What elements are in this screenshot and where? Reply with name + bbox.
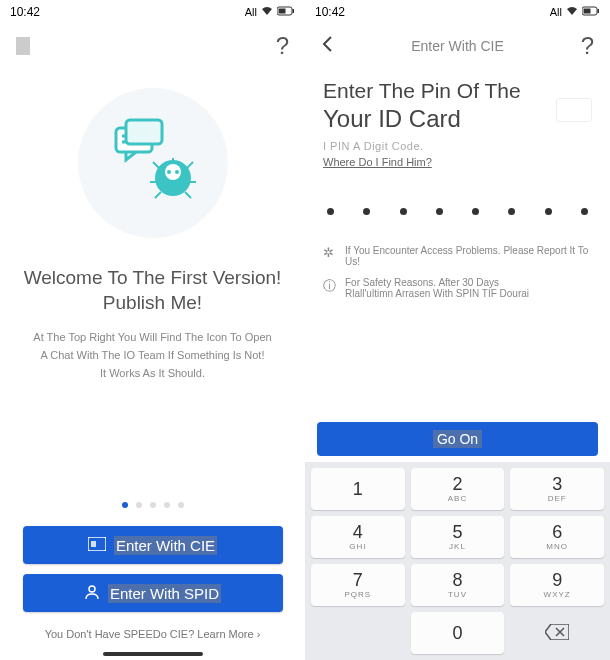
pin-dot-4: [436, 208, 443, 215]
screen-welcome: 10:42 All ?: [0, 0, 305, 660]
pin-dot-7: [545, 208, 552, 215]
key-backspace[interactable]: [510, 612, 604, 654]
key-1[interactable]: 1: [311, 468, 405, 510]
key-4[interactable]: 4GHI: [311, 516, 405, 558]
help-icon[interactable]: ?: [276, 32, 289, 60]
key-5[interactable]: 5JKL: [411, 516, 505, 558]
status-network: All: [550, 6, 562, 18]
cie-button-label: Enter With CIE: [114, 536, 217, 555]
svg-rect-1: [279, 9, 286, 14]
key-2[interactable]: 2ABC: [411, 468, 505, 510]
welcome-content: Welcome To The First Version! Publish Me…: [0, 68, 305, 660]
pin-dot-5: [472, 208, 479, 215]
status-time: 10:42: [315, 5, 345, 19]
key-3[interactable]: 3DEF: [510, 468, 604, 510]
info-bug-text: If You Encounter Access Problems. Please…: [345, 245, 592, 267]
svg-point-20: [89, 586, 95, 592]
key-7[interactable]: 7PQRS: [311, 564, 405, 606]
battery-icon: [582, 6, 600, 18]
svg-point-9: [167, 170, 171, 174]
bug-icon: ✲: [323, 245, 337, 260]
status-time: 10:42: [10, 5, 40, 19]
dot-1[interactable]: [122, 502, 128, 508]
pin-dot-2: [363, 208, 370, 215]
learn-more-link[interactable]: You Don't Have SPEEDo CIE? Learn More ›: [45, 628, 261, 640]
info-icon: ⓘ: [323, 277, 337, 295]
pin-subtitle: I PIN A Digit Code.: [323, 140, 592, 152]
card-icon: [88, 537, 106, 554]
placeholder-left: [16, 37, 30, 55]
info-safety-row: ⓘ For Safety Reasons. After 30 Days Rlal…: [323, 277, 592, 299]
dot-3[interactable]: [150, 502, 156, 508]
desc-line-3: It Works As It Should.: [100, 367, 205, 379]
welcome-description: At The Top Right You Will Find The Icon …: [27, 329, 277, 382]
pin-dot-8: [581, 208, 588, 215]
pin-find-link[interactable]: Where Do I Find Him?: [323, 156, 592, 168]
desc-line-1: At The Top Right You Will Find The Icon …: [33, 331, 271, 343]
back-icon[interactable]: [321, 35, 333, 58]
svg-rect-22: [584, 9, 591, 14]
pin-input[interactable]: [327, 208, 588, 215]
welcome-title-line2: Publish Me!: [103, 292, 202, 313]
key-0[interactable]: 0: [411, 612, 505, 654]
header-row: ?: [0, 24, 305, 68]
dot-2[interactable]: [136, 502, 142, 508]
key-8[interactable]: 8TUV: [411, 564, 505, 606]
user-icon: [84, 584, 100, 603]
welcome-illustration: [78, 88, 228, 238]
dot-4[interactable]: [164, 502, 170, 508]
svg-line-12: [153, 162, 159, 168]
svg-line-13: [187, 162, 193, 168]
welcome-title-line1: Welcome To The First Version!: [24, 267, 282, 288]
status-icons: All: [550, 6, 600, 18]
info-bug-row: ✲ If You Encounter Access Problems. Plea…: [323, 245, 592, 267]
svg-rect-19: [91, 541, 96, 547]
backspace-icon: [545, 622, 569, 645]
battery-icon: [277, 6, 295, 18]
help-icon[interactable]: ?: [581, 32, 594, 60]
enter-with-cie-button[interactable]: Enter With CIE: [23, 526, 283, 564]
numeric-keypad: 1 2ABC 3DEF 4GHI 5JKL 6MNO 7PQRS 8TUV 9W…: [305, 462, 610, 660]
id-card-icon: [556, 98, 592, 122]
info-safety-text: For Safety Reasons. After 30 Days Rlall'…: [345, 277, 529, 299]
desc-line-2: A Chat With The IO Team If Something Is …: [41, 349, 265, 361]
svg-rect-23: [598, 9, 600, 13]
page-dots: [122, 502, 184, 508]
key-empty: [311, 612, 405, 654]
pin-dot-6: [508, 208, 515, 215]
status-network: All: [245, 6, 257, 18]
key-9[interactable]: 9WXYZ: [510, 564, 604, 606]
header-row: Enter With CIE ?: [305, 24, 610, 68]
svg-point-10: [175, 170, 179, 174]
header-title: Enter With CIE: [411, 38, 504, 54]
wifi-icon: [261, 6, 273, 18]
spid-button-label: Enter With SPID: [108, 584, 221, 603]
enter-with-spid-button[interactable]: Enter With SPID: [23, 574, 283, 612]
pin-dot-3: [400, 208, 407, 215]
svg-line-16: [155, 192, 161, 198]
wifi-icon: [566, 6, 578, 18]
pin-title: Enter The Pin Of The Your ID Card: [323, 78, 592, 134]
pin-title-line1: Enter The Pin Of The: [323, 79, 521, 102]
svg-rect-2: [293, 9, 295, 13]
pin-dot-1: [327, 208, 334, 215]
welcome-title: Welcome To The First Version! Publish Me…: [24, 266, 282, 315]
go-on-label: Go On: [433, 430, 482, 448]
svg-line-17: [185, 192, 191, 198]
home-indicator[interactable]: [103, 652, 203, 656]
key-6[interactable]: 6MNO: [510, 516, 604, 558]
go-on-button[interactable]: Go On: [317, 422, 598, 456]
svg-rect-6: [126, 120, 162, 144]
status-icons: All: [245, 6, 295, 18]
screen-enter-pin: 10:42 All Enter With CIE ? Enter The Pin…: [305, 0, 610, 660]
svg-rect-18: [88, 537, 106, 551]
status-bar: 10:42 All: [305, 0, 610, 24]
dot-5[interactable]: [178, 502, 184, 508]
pin-title-line2: Your ID Card: [323, 105, 461, 132]
status-bar: 10:42 All: [0, 0, 305, 24]
